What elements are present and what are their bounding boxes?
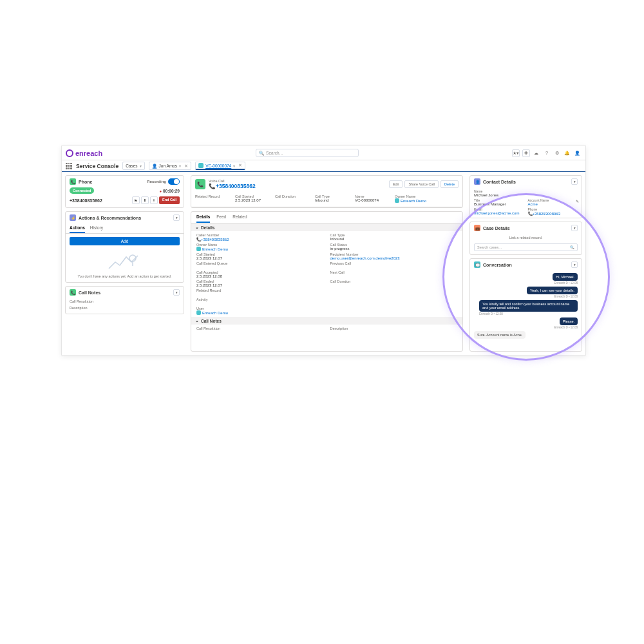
flag-button[interactable]: ⚑ bbox=[132, 196, 140, 204]
caret-down-icon[interactable]: ▾ bbox=[173, 214, 180, 221]
app-title: Service Console bbox=[76, 163, 118, 169]
keypad-button[interactable]: ⠿ bbox=[150, 196, 158, 204]
caller-number: +358400835862 bbox=[70, 198, 102, 203]
tab-history[interactable]: History bbox=[90, 223, 103, 233]
description-label: Description bbox=[70, 306, 180, 310]
chat-message: Hi, Michael.Enreach D • 12.08 bbox=[553, 273, 578, 285]
delete-button[interactable]: Delete bbox=[440, 180, 459, 188]
top-utility-icons: ★▾ ✚ ☁ ? ⚙ 🔔 👤 bbox=[512, 149, 582, 157]
app-launcher-icon[interactable] bbox=[66, 163, 72, 169]
conversation-card: 💬Conversation▾ Hi, Michael.Enreach D • 1… bbox=[469, 258, 582, 352]
top-bar: enreach 🔍 Search... ★▾ ✚ ☁ ? ⚙ 🔔 👤 bbox=[62, 146, 585, 160]
search-icon: 🔍 bbox=[259, 151, 264, 156]
record-dot-icon: ● bbox=[159, 189, 162, 193]
brand-logo: enreach bbox=[66, 149, 102, 157]
tab-jon-amos[interactable]: 👤Jon Amos▾✕ bbox=[149, 162, 192, 170]
voice-call-number: 📞+358400835862 bbox=[209, 183, 386, 189]
actions-icon: ⚡ bbox=[70, 214, 76, 221]
phone-card: 📞Phone Recording Connected ● 00:00:29 +3… bbox=[65, 175, 184, 208]
link-record-text: Link a related record. bbox=[470, 234, 582, 242]
voice-call-header-card: 📞 Voice Call 📞+358400835862 Edit Share V… bbox=[191, 175, 463, 208]
contact-name: Michael Jones bbox=[474, 193, 578, 197]
global-search[interactable]: 🔍 Search... bbox=[256, 149, 359, 157]
details-card: Details Feed Related ⌄Details Caller Num… bbox=[191, 211, 463, 352]
case-title: Case Details bbox=[483, 226, 510, 231]
add-action-button[interactable]: Add bbox=[70, 237, 180, 245]
favorite-icon[interactable]: ★▾ bbox=[512, 149, 520, 157]
empty-actions-text: You don't have any actions yet. Add an a… bbox=[66, 274, 184, 282]
case-details-card: 💼Case Details▾ Link a related record. Se… bbox=[469, 222, 582, 255]
user-link[interactable]: Enreach Demo bbox=[196, 310, 324, 315]
brand-name: enreach bbox=[75, 149, 102, 157]
chat-message: Yeah, I can see your details.Enreach D •… bbox=[527, 287, 578, 298]
chat-icon: 💬 bbox=[474, 261, 480, 268]
owner-name-link[interactable]: Enreach Demo bbox=[196, 247, 324, 251]
caret-down-icon[interactable]: ▾ bbox=[571, 261, 578, 268]
caret-down-icon[interactable]: ▾ bbox=[173, 289, 180, 296]
contact-icon: 👤 bbox=[474, 178, 480, 185]
call-notes-title: Call Notes bbox=[79, 290, 100, 295]
edit-pencil-icon[interactable]: ✎ bbox=[576, 199, 579, 204]
close-icon: ✕ bbox=[238, 163, 242, 168]
add-icon[interactable]: ✚ bbox=[522, 149, 530, 157]
end-call-button[interactable]: End Call bbox=[159, 196, 180, 204]
voice-call-icon: 📞 bbox=[195, 179, 205, 189]
recording-toggle[interactable] bbox=[168, 178, 180, 185]
notifications-icon[interactable]: 🔔 bbox=[564, 149, 571, 157]
search-icon: 🔍 bbox=[570, 245, 574, 249]
chat-message: Sure. Account name is Acne.+358400835862… bbox=[474, 331, 526, 339]
share-button[interactable]: Share Voice Call bbox=[404, 180, 439, 188]
chat-message: Please.Enreach D • 12.08 bbox=[554, 317, 578, 329]
tab-details[interactable]: Details bbox=[196, 212, 210, 223]
name-val: VC-00000074 bbox=[355, 198, 390, 202]
caret-down-icon[interactable]: ▾ bbox=[571, 178, 578, 185]
case-icon: 💼 bbox=[474, 225, 480, 231]
caret-down-icon[interactable]: ▾ bbox=[571, 225, 578, 231]
help-icon[interactable]: ? bbox=[543, 149, 551, 157]
call-timer: 00:00:29 bbox=[163, 189, 180, 193]
call-notes-section-header[interactable]: ⌄Call Notes bbox=[191, 317, 462, 325]
chevron-down-icon: ⌄ bbox=[195, 318, 199, 323]
tab-related[interactable]: Related bbox=[232, 212, 247, 223]
chevron-down-icon: ▾ bbox=[140, 164, 142, 168]
edit-button[interactable]: Edit bbox=[389, 180, 402, 188]
recipient-link[interactable]: demo.user@enreach.com.demolive2023 bbox=[330, 256, 458, 260]
contact-job-title: Business Manager bbox=[474, 202, 524, 206]
settings-icon[interactable]: ⚙ bbox=[553, 149, 561, 157]
voicecall-icon bbox=[198, 163, 204, 168]
call-type-val: Inbound bbox=[315, 198, 350, 202]
pause-button[interactable]: ⏸ bbox=[141, 196, 149, 204]
tab-voice-call[interactable]: VC-00000074▾✕ bbox=[195, 162, 245, 170]
empty-illustration bbox=[66, 249, 184, 274]
actions-card: ⚡Actions & Recommendations▾ Actions Hist… bbox=[65, 211, 184, 283]
details-section-header[interactable]: ⌄Details bbox=[191, 223, 462, 231]
avatar-icon[interactable]: 👤 bbox=[574, 149, 582, 157]
recording-label: Recording bbox=[147, 180, 166, 184]
search-placeholder: Search... bbox=[266, 151, 283, 155]
owner-avatar-icon bbox=[395, 198, 399, 203]
close-icon: ✕ bbox=[184, 164, 188, 169]
email-link[interactable]: michael.jones@acme.com bbox=[474, 211, 524, 215]
contact-title: Contact Details bbox=[483, 180, 516, 184]
logo-icon bbox=[66, 149, 73, 157]
notes-icon: 📞 bbox=[70, 289, 76, 296]
chat-message: You kindly tell and confirm your busines… bbox=[479, 300, 578, 316]
caller-number-link[interactable]: 📞+358400835862 bbox=[196, 237, 324, 242]
account-link[interactable]: Acme bbox=[528, 202, 578, 206]
search-cases-input[interactable]: Search cases...🔍 bbox=[474, 243, 578, 251]
call-started-val: 2.5.2023 12.07 bbox=[235, 198, 270, 202]
tab-feed[interactable]: Feed bbox=[216, 212, 226, 223]
nav-bar: Service Console Cases▾ 👤Jon Amos▾✕ VC-00… bbox=[62, 160, 585, 172]
contact-details-card: 👤Contact Details▾ NameMichael Jones Titl… bbox=[469, 175, 582, 218]
connected-badge: Connected bbox=[70, 187, 94, 194]
tab-actions[interactable]: Actions bbox=[70, 223, 85, 233]
resolution-label: Call Resolution bbox=[70, 299, 180, 303]
conversation-title: Conversation bbox=[483, 263, 512, 267]
phone-link[interactable]: 📞+358293008963 bbox=[528, 211, 578, 216]
phone-icon: 📞 bbox=[70, 178, 76, 185]
tab-cases[interactable]: Cases▾ bbox=[122, 162, 144, 170]
owner-link[interactable]: Enreach Demo bbox=[395, 198, 430, 203]
actions-title: Actions & Recommendations bbox=[79, 216, 141, 220]
chevron-down-icon: ⌄ bbox=[195, 225, 199, 230]
cloud-icon[interactable]: ☁ bbox=[533, 149, 540, 157]
